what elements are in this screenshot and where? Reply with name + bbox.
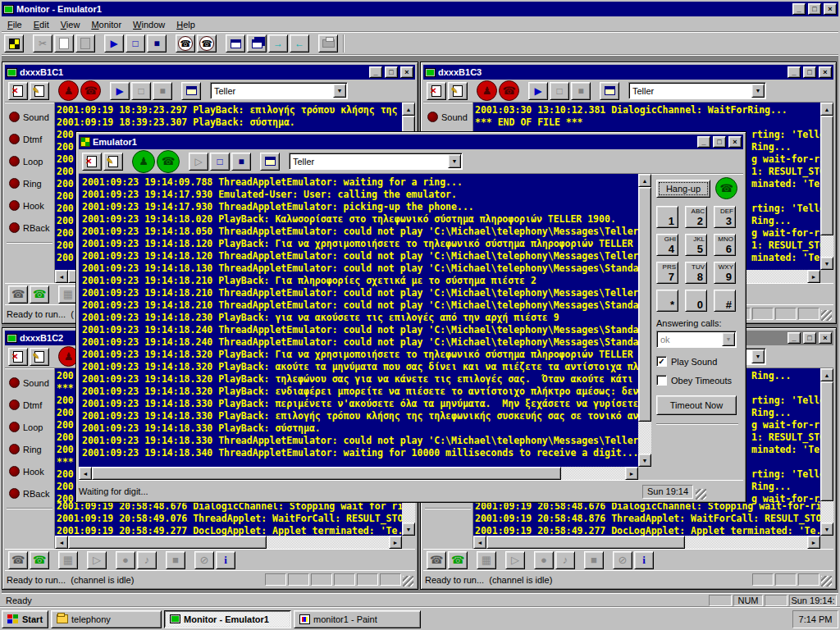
horizontal-scrollbar[interactable]: ◄ ► xyxy=(473,536,820,549)
scroll-down-icon[interactable]: ▼ xyxy=(820,257,833,270)
script-combobox[interactable]: Teller ▼ xyxy=(289,153,463,170)
pause-script-button[interactable]: □ xyxy=(131,82,151,100)
stop-script-button[interactable]: ■ xyxy=(571,82,591,100)
emulator-log-view[interactable]: 2001:09:23 19:14:09.788 ThreadAppletEmul… xyxy=(79,174,638,467)
horizontal-scrollbar[interactable]: ◄ ► xyxy=(55,536,402,549)
combobox-dropdown-button[interactable]: ▼ xyxy=(333,84,346,98)
dial-keypad-button[interactable]: ▦ xyxy=(477,551,496,569)
play-button[interactable]: ▶ xyxy=(104,34,124,52)
keypad-key[interactable]: 0 xyxy=(685,290,707,312)
script-combobox[interactable]: Teller ▼ xyxy=(628,82,766,99)
stop-script-button[interactable]: ■ xyxy=(153,82,172,100)
scroll-left-icon[interactable]: ◄ xyxy=(79,467,92,480)
phone-line-button[interactable]: ☎ xyxy=(499,80,519,101)
run-script-button[interactable]: ▷ xyxy=(189,153,208,171)
close-button[interactable]: × xyxy=(819,332,832,344)
clear-log-button[interactable]: ✕ xyxy=(8,82,28,100)
hangup-button[interactable]: Hang-up xyxy=(656,180,710,198)
user-emulation-button[interactable]: ♟ xyxy=(477,80,497,101)
hangup-phone-button[interactable]: ☎ xyxy=(8,285,28,304)
titlebar[interactable]: dxxxB1C3 _ □ × xyxy=(423,65,833,80)
keypad-key[interactable]: ABC 2 xyxy=(685,206,707,228)
scroll-down-icon[interactable]: ▼ xyxy=(820,523,833,536)
abort-button[interactable]: ⊘ xyxy=(194,551,214,569)
next-window-button[interactable]: → xyxy=(268,34,288,52)
scroll-left-icon[interactable]: ◄ xyxy=(55,536,68,549)
user-emulation-button[interactable]: ♟ xyxy=(58,80,79,101)
clear-log-button[interactable]: ✕ xyxy=(82,153,102,171)
scroll-down-icon[interactable]: ▼ xyxy=(638,454,651,467)
hangup-phone-button[interactable]: ☎ xyxy=(427,551,446,569)
combobox-dropdown-button[interactable]: ▼ xyxy=(448,154,461,168)
pause-script-button[interactable]: □ xyxy=(550,82,569,100)
combobox-dropdown-button[interactable]: ▼ xyxy=(751,84,765,98)
play-message-button[interactable]: ▷ xyxy=(505,551,525,569)
clear-log-button[interactable]: ✕ xyxy=(8,348,28,366)
record-button[interactable]: ● xyxy=(116,551,135,569)
vertical-scrollbar[interactable]: ▲ ▼ xyxy=(638,174,651,480)
edit-log-button[interactable]: ✎ xyxy=(30,348,49,366)
minimize-button[interactable]: _ xyxy=(792,3,806,15)
script-combobox[interactable]: Teller ▼ xyxy=(210,82,348,99)
edit-log-button[interactable]: ✎ xyxy=(448,82,468,100)
disconnect-phone-button[interactable]: ☎ xyxy=(197,34,217,52)
menu-monitor[interactable]: Monitor xyxy=(85,18,127,31)
connect-phone-button[interactable]: ☎ xyxy=(176,34,195,52)
vertical-scrollbar[interactable]: ▲ ▼ xyxy=(820,368,833,549)
tile-windows-button[interactable] xyxy=(226,34,245,52)
keypad-key[interactable]: # xyxy=(714,290,736,312)
resize-grip[interactable] xyxy=(403,576,413,587)
resize-grip[interactable] xyxy=(696,489,706,500)
record-button[interactable]: ● xyxy=(534,551,554,569)
play-message-button[interactable]: ▷ xyxy=(87,551,107,569)
menu-view[interactable]: View xyxy=(55,18,86,31)
abort-button[interactable]: ⊘ xyxy=(613,551,632,569)
minimize-button[interactable]: _ xyxy=(369,66,382,78)
minimize-button[interactable]: _ xyxy=(697,136,710,148)
taskbar-item-paint[interactable]: monitor1 - Paint xyxy=(294,610,421,628)
paste-button[interactable] xyxy=(75,34,95,52)
scroll-down-icon[interactable]: ▼ xyxy=(402,523,415,536)
scroll-right-icon[interactable]: ► xyxy=(625,467,638,480)
scroll-up-icon[interactable]: ▲ xyxy=(820,368,833,381)
scroll-right-icon[interactable]: ► xyxy=(389,536,402,549)
horizontal-scrollbar[interactable]: ◄ ► xyxy=(79,467,638,480)
pause-script-button[interactable]: □ xyxy=(210,153,230,171)
titlebar[interactable]: dxxxB1C1 _ □ × xyxy=(5,65,415,80)
close-button[interactable]: × xyxy=(819,66,832,78)
phone-line-button[interactable]: ☎ xyxy=(157,150,180,173)
record-stop-button[interactable]: ■ xyxy=(166,551,185,569)
answering-calls-combobox[interactable]: ok ▼ xyxy=(656,331,737,348)
keypad-key[interactable]: GHI 4 xyxy=(656,234,678,256)
stop-button[interactable]: ■ xyxy=(147,34,167,52)
minimize-button[interactable]: _ xyxy=(788,332,801,344)
properties-button[interactable] xyxy=(181,82,201,100)
keypad-key[interactable]: 1 xyxy=(656,206,678,228)
print-button[interactable] xyxy=(318,34,338,52)
start-button[interactable]: Start xyxy=(2,610,48,628)
copy-button[interactable] xyxy=(54,34,74,52)
close-button[interactable]: × xyxy=(400,66,413,78)
vertical-scrollbar[interactable]: ▲ ▼ xyxy=(820,103,833,283)
combobox-dropdown-button[interactable]: ▼ xyxy=(751,349,765,363)
menu-help[interactable]: Help xyxy=(171,18,201,31)
keypad-key[interactable]: JKL 5 xyxy=(685,234,707,256)
scroll-up-icon[interactable]: ▲ xyxy=(638,174,651,187)
new-monitor-button[interactable] xyxy=(4,34,24,52)
keypad-key[interactable]: MNO 6 xyxy=(714,234,736,256)
taskbar-item-monitor[interactable]: Monitor - Emulator1 xyxy=(164,610,291,628)
close-button[interactable]: × xyxy=(824,3,837,15)
play-sound-checkbox[interactable]: ✓ xyxy=(656,356,667,367)
stop-script-button[interactable]: ■ xyxy=(231,153,251,171)
edit-log-button[interactable]: ✎ xyxy=(103,153,123,171)
restore-button[interactable]: □ xyxy=(808,3,821,15)
dial-keypad-button[interactable]: ▦ xyxy=(58,551,78,569)
app-titlebar[interactable]: Monitor - Emulator1 _ □ × xyxy=(2,2,838,16)
play-sound-option[interactable]: ✓ Play Sound xyxy=(656,356,738,367)
taskbar-item-telephony[interactable]: telephony xyxy=(51,610,162,628)
clear-log-button[interactable]: ✕ xyxy=(427,82,446,100)
pause-button[interactable]: □ xyxy=(126,34,145,52)
menu-edit[interactable]: Edit xyxy=(28,18,55,31)
obey-timeouts-checkbox[interactable] xyxy=(656,375,667,386)
previous-window-button[interactable]: ← xyxy=(290,34,309,52)
